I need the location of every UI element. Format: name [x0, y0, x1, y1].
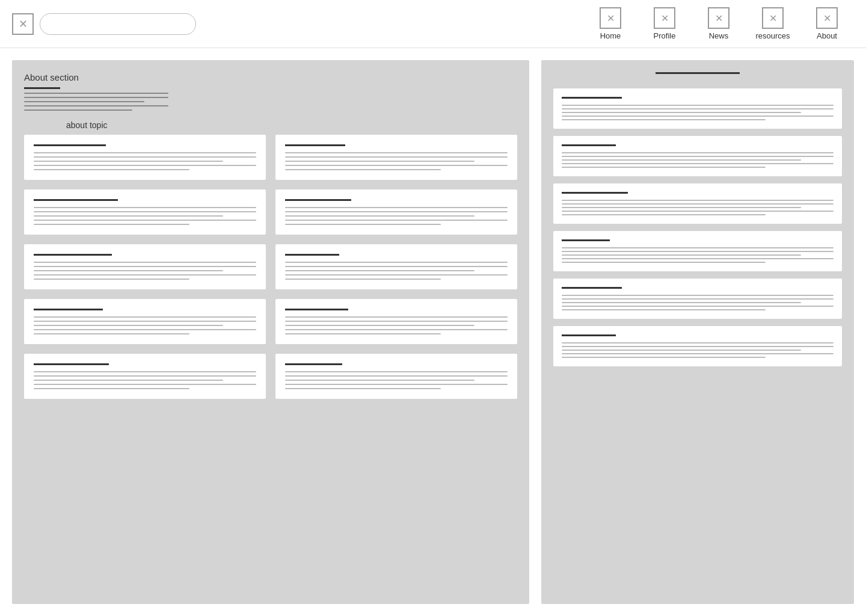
- about-section-title: About section: [24, 72, 517, 82]
- section-header-lines: [24, 93, 517, 111]
- nav-news-label: News: [709, 31, 729, 40]
- card-10-title: [285, 363, 342, 365]
- card-2-lines: [285, 152, 508, 170]
- card-3: [24, 189, 266, 235]
- card-6: [275, 244, 517, 289]
- news-icon: ✕: [708, 7, 729, 29]
- about-topic-title: about topic: [66, 120, 517, 130]
- header-line-3: [24, 101, 144, 102]
- header-line-1: [24, 93, 168, 94]
- card-2-title: [285, 144, 345, 146]
- card-7-title: [34, 309, 103, 310]
- section-title-underline: [24, 87, 60, 89]
- rc-2-lines: [562, 152, 834, 168]
- card-4-lines: [285, 207, 508, 225]
- card-5-title: [34, 254, 112, 256]
- about-topic-section: about topic: [24, 120, 517, 399]
- rc-3-lines: [562, 200, 834, 215]
- card-9-lines: [34, 371, 256, 389]
- right-card-1: [553, 88, 842, 129]
- card-5-lines: [34, 262, 256, 280]
- rc-1-lines: [562, 105, 834, 120]
- home-icon: ✕: [600, 7, 621, 29]
- right-card-4: [553, 231, 842, 271]
- nav-home-label: Home: [600, 31, 621, 40]
- header-line-4: [24, 105, 168, 106]
- card-7-lines: [34, 316, 256, 334]
- card-1-lines: [34, 152, 256, 170]
- card-10: [275, 354, 517, 399]
- right-cards: [553, 88, 842, 366]
- rc-5-title: [562, 287, 622, 289]
- nav-about-label: About: [817, 31, 837, 40]
- left-panel: About section about topic: [12, 60, 529, 604]
- card-4: [275, 189, 517, 235]
- card-9-title: [34, 363, 109, 365]
- card-grid: [24, 189, 517, 399]
- card-1: [24, 135, 266, 180]
- rc-2-title: [562, 144, 616, 146]
- card-3-lines: [34, 207, 256, 225]
- card-10-lines: [285, 371, 508, 389]
- logo-area: ✕: [12, 13, 196, 35]
- search-input[interactable]: [40, 13, 196, 35]
- main-nav: ✕ Home ✕ Profile ✕ News ✕ resources ✕ Ab…: [583, 1, 854, 46]
- card-5: [24, 244, 266, 289]
- about-icon: ✕: [816, 7, 838, 29]
- nav-profile-label: Profile: [654, 31, 676, 40]
- profile-icon: ✕: [654, 7, 675, 29]
- main-content: About section about topic: [0, 48, 866, 616]
- right-panel: [541, 60, 854, 604]
- nav-profile[interactable]: ✕ Profile: [637, 1, 692, 46]
- right-header-line: [656, 72, 740, 74]
- rc-4-title: [562, 239, 610, 241]
- header: ✕ ✕ Home ✕ Profile ✕ News ✕ resources ✕ …: [0, 0, 866, 48]
- right-card-6: [553, 326, 842, 366]
- card-6-lines: [285, 262, 508, 280]
- nav-resources-label: resources: [755, 31, 790, 40]
- card-8: [275, 299, 517, 344]
- card-7: [24, 299, 266, 344]
- header-line-5: [24, 109, 132, 111]
- rc-1-title: [562, 97, 622, 99]
- nav-about[interactable]: ✕ About: [800, 1, 854, 46]
- nav-home[interactable]: ✕ Home: [583, 1, 637, 46]
- logo-icon[interactable]: ✕: [12, 13, 34, 35]
- header-line-2: [24, 97, 168, 98]
- rc-4-lines: [562, 247, 834, 263]
- card-4-title: [285, 199, 351, 201]
- card-8-lines: [285, 316, 508, 334]
- nav-resources[interactable]: ✕ resources: [746, 1, 800, 46]
- right-panel-header: [553, 72, 842, 76]
- card-2: [275, 135, 517, 180]
- card-9: [24, 354, 266, 399]
- nav-news[interactable]: ✕ News: [692, 1, 746, 46]
- rc-6-title: [562, 334, 616, 336]
- rc-6-lines: [562, 342, 834, 358]
- about-section-header: About section: [24, 72, 517, 111]
- right-card-5: [553, 279, 842, 319]
- rc-5-lines: [562, 295, 834, 310]
- card-6-title: [285, 254, 339, 256]
- resources-icon: ✕: [762, 7, 784, 29]
- right-card-2: [553, 136, 842, 176]
- right-card-3: [553, 183, 842, 224]
- rc-3-title: [562, 192, 628, 194]
- card-8-title: [285, 309, 348, 310]
- card-3-title: [34, 199, 118, 201]
- card-1-title: [34, 144, 106, 146]
